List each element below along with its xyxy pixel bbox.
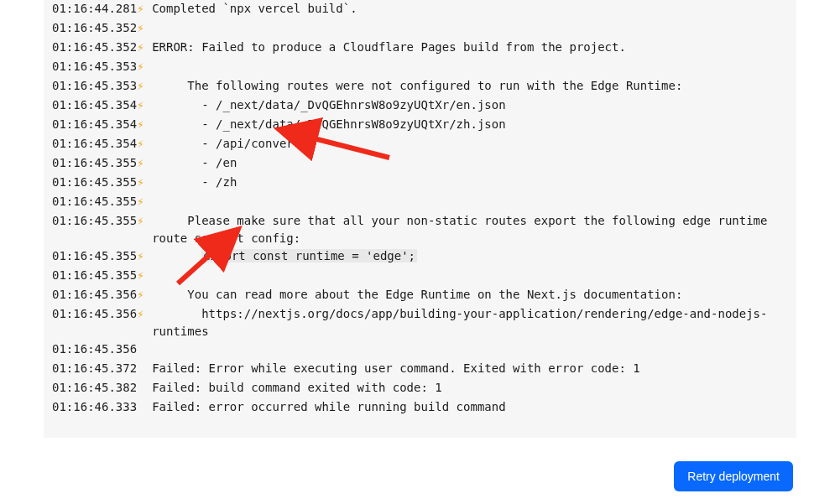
log-line: 01:16:45.356⚡︎ You can read more about t…	[52, 286, 780, 305]
log-message: You can read more about the Edge Runtime…	[152, 286, 780, 304]
lightning-icon: ⚡︎	[137, 267, 152, 284]
log-timestamp: 01:16:46.333	[52, 398, 137, 416]
log-timestamp: 01:16:45.352	[52, 39, 137, 56]
log-timestamp: 01:16:45.355	[52, 154, 137, 172]
log-line: 01:16:45.355⚡︎ - /zh	[52, 174, 780, 193]
log-timestamp: 01:16:45.354	[52, 135, 137, 153]
lightning-icon: ⚡︎	[137, 96, 152, 114]
log-timestamp: 01:16:45.372	[52, 360, 137, 377]
log-timestamp: 01:16:45.356	[52, 286, 137, 304]
log-line: 01:16:45.354⚡︎ - /api/convert	[52, 135, 780, 154]
log-message: - /_next/data/_DvQGEhnrsW8o9zyUQtXr/en.j…	[152, 96, 780, 114]
log-timestamp: 01:16:44.281	[52, 0, 137, 18]
log-message: export const runtime = 'edge';	[152, 247, 780, 265]
log-line: 01:16:45.355⚡︎ - /en	[52, 154, 780, 174]
lightning-icon: ⚡︎	[137, 19, 152, 37]
log-message: Failed: error occurred while running bui…	[152, 398, 780, 416]
log-timestamp: 01:16:45.352	[52, 19, 137, 37]
log-line: 01:16:45.355⚡︎ export const runtime = 'e…	[52, 247, 780, 267]
log-message: ERROR: Failed to produce a Cloudflare Pa…	[152, 39, 780, 56]
log-timestamp: 01:16:45.355	[52, 193, 137, 210]
lightning-icon: ⚡︎	[137, 174, 152, 191]
lightning-icon: ⚡︎	[137, 135, 152, 153]
log-timestamp: 01:16:45.354	[52, 116, 137, 133]
log-message: Please make sure that all your non-stati…	[152, 212, 780, 247]
log-line: 01:16:44.281⚡︎Completed `npx vercel buil…	[52, 0, 780, 19]
retry-deployment-button[interactable]: Retry deployment	[674, 461, 793, 491]
actions-bar: Retry deployment	[0, 438, 840, 504]
lightning-icon: ⚡︎	[137, 0, 152, 18]
log-line: 01:16:46.333Failed: error occurred while…	[52, 398, 780, 418]
log-message: - /_next/data/_DvQGEhnrsW8o9zyUQtXr/zh.j…	[152, 116, 780, 133]
log-timestamp: 01:16:45.353	[52, 77, 137, 95]
log-message: The following routes were not configured…	[152, 77, 780, 95]
log-line: 01:16:45.352⚡︎ERROR: Failed to produce a…	[52, 39, 780, 58]
log-timestamp: 01:16:45.355	[52, 267, 137, 284]
log-timestamp: 01:16:45.353	[52, 58, 137, 75]
lightning-icon: ⚡︎	[137, 286, 152, 304]
lightning-icon: ⚡︎	[137, 39, 152, 56]
log-line: 01:16:45.382Failed: build command exited…	[52, 379, 780, 398]
lightning-icon: ⚡︎	[137, 212, 152, 230]
log-timestamp: 01:16:45.356	[52, 340, 137, 358]
build-log-panel[interactable]: 01:16:44.281⚡︎Completed `npx vercel buil…	[44, 0, 796, 438]
lightning-icon: ⚡︎	[137, 116, 152, 133]
lightning-icon: ⚡︎	[137, 193, 152, 210]
lightning-icon: ⚡︎	[137, 77, 152, 95]
log-line: 01:16:45.354⚡︎ - /_next/data/_DvQGEhnrsW…	[52, 116, 780, 135]
log-line: 01:16:45.355⚡︎	[52, 193, 780, 212]
log-line: 01:16:45.354⚡︎ - /_next/data/_DvQGEhnrsW…	[52, 96, 780, 116]
log-timestamp: 01:16:45.356	[52, 305, 137, 323]
log-line: 01:16:45.352⚡︎	[52, 19, 780, 39]
log-timestamp: 01:16:45.355	[52, 247, 137, 265]
lightning-icon: ⚡︎	[137, 58, 152, 75]
log-line: 01:16:45.353⚡︎ The following routes were…	[52, 77, 780, 96]
log-line: 01:16:45.355⚡︎	[52, 267, 780, 286]
lightning-icon: ⚡︎	[137, 305, 152, 323]
log-timestamp: 01:16:45.355	[52, 174, 137, 191]
log-line: 01:16:45.372Failed: Error while executin…	[52, 360, 780, 379]
log-message: - /api/convert	[152, 135, 780, 153]
code-highlight: export const runtime = 'edge';	[201, 249, 417, 262]
log-timestamp: 01:16:45.382	[52, 379, 137, 397]
log-message: Failed: build command exited with code: …	[152, 379, 780, 397]
log-timestamp: 01:16:45.354	[52, 96, 137, 114]
log-message: - /zh	[152, 174, 780, 191]
log-line: 01:16:45.356	[52, 340, 780, 360]
log-message: https://nextjs.org/docs/app/building-you…	[152, 305, 780, 340]
log-message: - /en	[152, 154, 780, 172]
log-line: 01:16:45.356⚡︎ https://nextjs.org/docs/a…	[52, 305, 780, 340]
log-line: 01:16:45.355⚡︎ Please make sure that all…	[52, 212, 780, 247]
lightning-icon: ⚡︎	[137, 154, 152, 172]
log-message: Completed `npx vercel build`.	[152, 0, 780, 18]
lightning-icon: ⚡︎	[137, 247, 152, 265]
log-line: 01:16:45.353⚡︎	[52, 58, 780, 77]
log-timestamp: 01:16:45.355	[52, 212, 137, 230]
log-message: Failed: Error while executing user comma…	[152, 360, 780, 377]
